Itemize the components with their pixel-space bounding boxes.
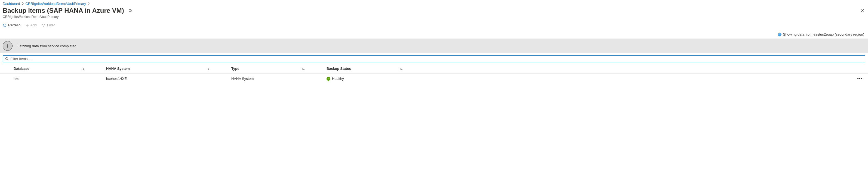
filter-input-wrap[interactable]: [3, 56, 865, 62]
table-header: Database HANA System Type Backup Status: [0, 64, 868, 74]
info-bar: i Fetching data from service completed.: [0, 39, 868, 53]
cell-type: HANA System: [220, 77, 316, 81]
breadcrumb: Dashboard CRRIgniteWorkloadDemoVaultPrim…: [0, 0, 868, 6]
info-text: Fetching data from service completed.: [18, 44, 77, 48]
cell-backup-status: Healthy: [316, 77, 413, 81]
chevron-right-icon: [88, 2, 90, 5]
status-label: Healthy: [332, 77, 344, 81]
filter-label: Filter: [47, 23, 55, 27]
breadcrumb-link-dashboard[interactable]: Dashboard: [3, 2, 20, 6]
cell-database: hxe: [3, 77, 95, 81]
chevron-right-icon: [22, 2, 24, 5]
column-header-hana-system[interactable]: HANA System: [95, 67, 220, 71]
backup-items-table: Database HANA System Type Backup Status: [0, 64, 868, 84]
sort-icon: [206, 67, 210, 70]
add-button: Add: [26, 23, 37, 27]
plus-icon: [26, 24, 29, 27]
column-header-backup-status[interactable]: Backup Status: [316, 67, 413, 71]
sort-icon: [81, 67, 84, 70]
sort-icon: [399, 67, 403, 70]
filter-input[interactable]: [10, 57, 863, 61]
search-icon: [5, 57, 9, 61]
close-icon[interactable]: [859, 8, 865, 13]
page-title: Backup Items (SAP HANA in Azure VM): [3, 7, 124, 14]
column-header-database[interactable]: Database: [3, 67, 95, 71]
column-label: Database: [13, 67, 29, 71]
svg-point-1: [5, 57, 8, 60]
add-label: Add: [30, 23, 37, 27]
filter-button: Filter: [42, 23, 55, 27]
table-row[interactable]: hxe hxehost\HXE HANA System Healthy •••: [0, 74, 868, 84]
pin-icon[interactable]: [128, 8, 132, 13]
column-label: Type: [231, 67, 239, 71]
sort-icon: [302, 67, 305, 70]
status-healthy-icon: [327, 77, 330, 81]
page-subtitle: CRRIgniteWorkloadDemoVaultPrimary: [0, 14, 868, 22]
row-context-menu[interactable]: •••: [852, 76, 865, 81]
cell-hana-system: hxehost\HXE: [95, 77, 220, 81]
column-label: HANA System: [106, 67, 130, 71]
refresh-button[interactable]: Refresh: [3, 23, 21, 27]
filter-icon: [42, 24, 45, 27]
more-icon: •••: [857, 76, 863, 81]
column-header-type[interactable]: Type: [220, 67, 316, 71]
info-icon: i: [3, 41, 12, 51]
refresh-icon: [3, 23, 6, 27]
breadcrumb-link-vault[interactable]: CRRIgniteWorkloadDemoVaultPrimary: [26, 2, 86, 6]
refresh-label: Refresh: [8, 23, 21, 27]
globe-icon: [778, 33, 781, 36]
toolbar: Refresh Add Filter: [0, 22, 868, 29]
region-text: Showing data from eastus2euap (secondary…: [783, 32, 864, 36]
column-label: Backup Status: [327, 67, 351, 71]
region-banner: Showing data from eastus2euap (secondary…: [0, 29, 868, 39]
